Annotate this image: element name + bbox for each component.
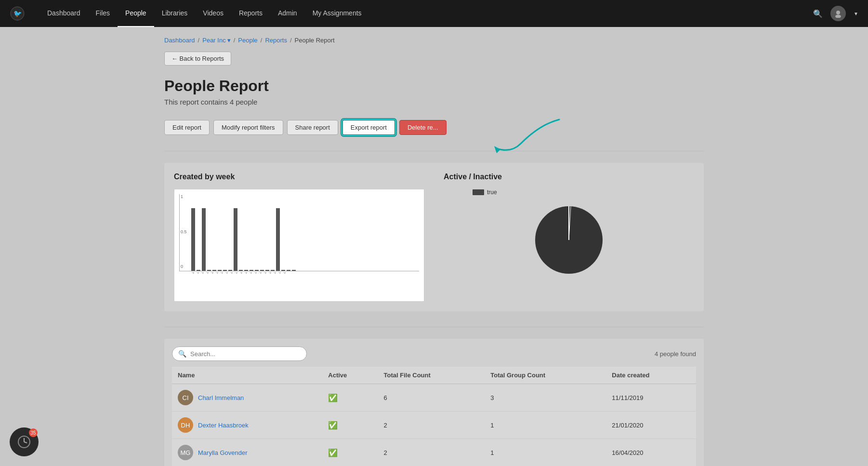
nav-reports[interactable]: Reports	[231, 0, 270, 27]
back-to-reports-button[interactable]: ← Back to Reports	[164, 52, 231, 66]
bar-chart-title: Created by week	[174, 173, 424, 181]
nav-files[interactable]: Files	[88, 0, 118, 27]
search-input[interactable]	[190, 350, 301, 358]
avatar[interactable]	[830, 6, 846, 21]
pie-chart-container: Active / Inactive true	[444, 173, 694, 302]
avatar-dropdown-icon[interactable]: ▼	[854, 11, 858, 16]
breadcrumb-people[interactable]: People	[238, 37, 257, 44]
pie-svg-wrap	[530, 201, 607, 279]
chevron-down-icon: ▾	[227, 37, 231, 44]
bar	[202, 208, 206, 271]
bar	[218, 270, 222, 271]
nav-libraries[interactable]: Libraries	[154, 0, 196, 27]
svg-point-2	[836, 11, 840, 14]
export-report-button[interactable]: Export report	[342, 120, 395, 135]
table-cell-group-count: 1	[485, 439, 606, 466]
breadcrumb-sep-1: /	[198, 37, 200, 44]
table-row: CI Charl Immelman ✅6311/11/2019	[172, 384, 696, 412]
breadcrumb: Dashboard / Pear Inc ▾ / People / Report…	[164, 37, 704, 44]
x-labels-container: 2019-10-102019-12-122020-01-152020-03-19…	[179, 272, 419, 296]
table-cell-name: DH Dexter Haasbroek	[172, 412, 322, 439]
bar-chart-area: 1 0.5 0	[179, 194, 419, 271]
table-cell-active: ✅	[322, 439, 378, 466]
breadcrumb-sep-2: /	[234, 37, 236, 44]
table-cell-date-created: 21/01/2020	[606, 412, 696, 439]
app-logo[interactable]: 🐦	[10, 6, 25, 21]
nav-right: 🔍 ▼	[813, 6, 858, 21]
table-cell-file-count: 2	[378, 412, 485, 439]
delete-report-button[interactable]: Delete re...	[399, 120, 447, 135]
bar	[250, 270, 253, 271]
share-report-button[interactable]: Share report	[287, 120, 338, 135]
bar	[244, 270, 248, 271]
svg-line-10	[24, 442, 27, 443]
table-header-row-el: Name Active Total File Count Total Group…	[172, 367, 696, 384]
bar	[276, 208, 280, 271]
nav-admin[interactable]: Admin	[270, 0, 305, 27]
bar	[265, 270, 269, 271]
table-row: DH Dexter Haasbroek ✅2121/01/2020	[172, 412, 696, 439]
nav-people[interactable]: People	[118, 0, 154, 27]
breadcrumb-reports[interactable]: Reports	[265, 37, 287, 44]
nav-videos[interactable]: Videos	[195, 0, 231, 27]
table-cell-date-created: 16/04/2020	[606, 439, 696, 466]
table-header-row: 🔍 4 people found	[172, 346, 696, 361]
person-name-link[interactable]: Marylla Govender	[198, 449, 248, 456]
breadcrumb-sep-3: /	[261, 37, 263, 44]
table-cell-date-created: 11/11/2019	[606, 384, 696, 412]
bar	[260, 270, 264, 271]
col-group-count: Total Group Count	[485, 367, 606, 384]
widget-badge: 35	[29, 428, 38, 437]
person-cell: DH Dexter Haasbroek	[178, 417, 316, 433]
edit-report-button[interactable]: Edit report	[164, 120, 210, 135]
person-cell: CI Charl Immelman	[178, 390, 316, 405]
table-cell-name: MG Marylla Govender	[172, 439, 322, 466]
bar	[271, 270, 275, 271]
bar	[255, 270, 259, 271]
table-body: CI Charl Immelman ✅6311/11/2019 DH Dexte…	[172, 384, 696, 466]
person-cell: MG Marylla Govender	[178, 445, 316, 460]
person-name-link[interactable]: Charl Immelman	[198, 394, 244, 401]
bar	[239, 270, 243, 271]
col-file-count: Total File Count	[378, 367, 485, 384]
table-cell-name: CI Charl Immelman	[172, 384, 322, 412]
legend-box	[473, 189, 484, 195]
breadcrumb-sep-4: /	[290, 37, 292, 44]
breadcrumb-org[interactable]: Pear Inc ▾	[202, 37, 230, 44]
bar	[228, 270, 232, 271]
y-label-2: 0.5	[181, 229, 187, 234]
col-name: Name	[172, 367, 322, 384]
bar	[287, 270, 290, 271]
nav-my-assignments[interactable]: My Assignments	[305, 0, 369, 27]
y-label-3: 0	[181, 264, 187, 269]
bottom-widget[interactable]: 35	[10, 427, 39, 456]
search-icon-table: 🔍	[178, 350, 186, 358]
bar	[207, 270, 211, 271]
search-input-wrap[interactable]: 🔍	[172, 346, 307, 361]
pie-legend: true	[473, 189, 497, 196]
person-avatar: MG	[178, 445, 193, 460]
modify-report-filters-button[interactable]: Modify report filters	[213, 120, 283, 135]
nav-dashboard[interactable]: Dashboard	[39, 0, 88, 27]
page-subtitle: This report contains 4 people	[164, 98, 704, 106]
bar	[212, 270, 216, 271]
bar	[234, 208, 237, 271]
person-avatar: DH	[178, 417, 193, 433]
table-cell-file-count: 6	[378, 384, 485, 412]
data-table: Name Active Total File Count Total Group…	[172, 367, 696, 466]
bar-chart-container: Created by week 1 0.5 0 2019-10-102019-1…	[174, 173, 424, 302]
breadcrumb-current: People Report	[295, 37, 335, 44]
nav-links: Dashboard Files People Libraries Videos …	[39, 0, 813, 27]
bar-chart-wrap: 1 0.5 0 2019-10-102019-12-122020-01-1520…	[174, 189, 424, 302]
table-cell-active: ✅	[322, 384, 378, 412]
bar	[197, 270, 200, 271]
section-divider	[164, 151, 704, 151]
top-navigation: 🐦 Dashboard Files People Libraries Video…	[0, 0, 868, 27]
y-axis-labels: 1 0.5 0	[180, 194, 188, 271]
search-icon[interactable]: 🔍	[813, 9, 823, 18]
person-name-link[interactable]: Dexter Haasbroek	[198, 422, 249, 429]
active-check-icon: ✅	[328, 449, 338, 457]
table-section: 🔍 4 people found Name Active Total File …	[164, 339, 704, 466]
breadcrumb-dashboard[interactable]: Dashboard	[164, 37, 195, 44]
people-count: 4 people found	[655, 350, 696, 358]
